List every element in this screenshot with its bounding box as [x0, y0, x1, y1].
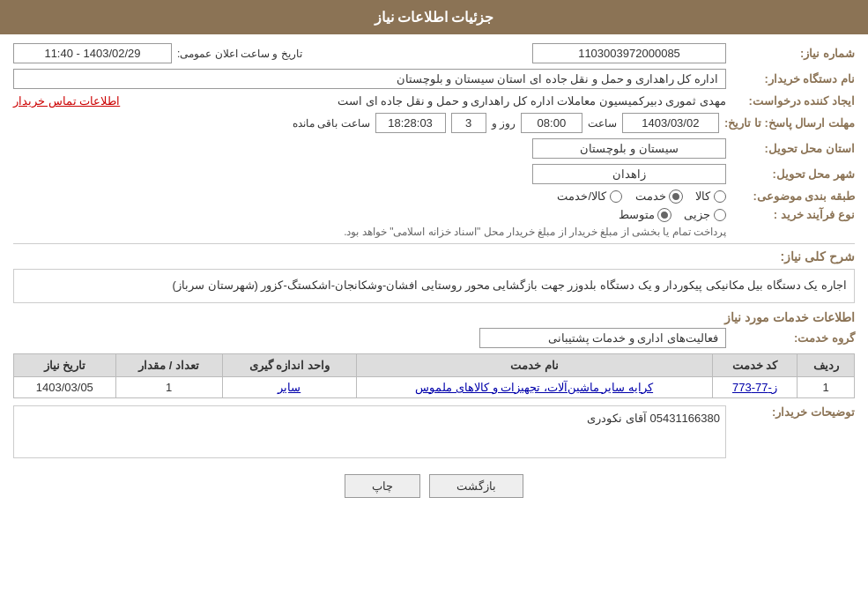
tarikh-saaat-label: تاریخ و ساعت اعلان عمومی: [177, 48, 302, 60]
table-row: 1 ز-77-773 کرایه سایر ماشین‌آلات، تجهیزا… [14, 376, 855, 397]
back-button[interactable]: بازگشت [429, 474, 523, 498]
tabaqe-kala-khedmat-item[interactable]: کالا/خدمت [557, 189, 622, 203]
saat-label: ساعت [588, 117, 617, 130]
ejad-konande-label: ایجاد کننده درخواست: [731, 94, 855, 108]
nooe-jozii-label: جزیی [684, 208, 710, 221]
col-tedad: تعداد / مقدار [115, 353, 222, 376]
services-table-container: ردیف کد خدمت نام خدمت واحد اندازه گیری ت… [13, 353, 855, 398]
baghimande-label: ساعت باقی مانده [293, 117, 370, 130]
ejad-konande-value: مهدی ثموری دبیرکمیسیون معاملات اداره کل … [125, 94, 726, 108]
shomara-niaz-value: 1103003972000085 [532, 43, 726, 63]
group-khadamat-value: فعالیت‌های اداری و خدمات پشتیبانی [479, 328, 726, 348]
towzihat-label: توضیحات خریدار: [731, 405, 855, 419]
towzihat-value: 05431166380 آقای نکودری [13, 405, 726, 458]
sharh-label: شرح کلی نیاز: [731, 249, 855, 264]
print-button[interactable]: چاپ [345, 474, 420, 498]
col-radif: ردیف [798, 353, 855, 376]
cell-vahed: سایر [222, 376, 356, 397]
tabaqe-kala-label: کالا [695, 189, 710, 203]
services-table: ردیف کد خدمت نام خدمت واحد اندازه گیری ت… [13, 353, 855, 398]
cell-kod: ز-77-773 [712, 376, 798, 397]
group-khadamat-label: گروه خدمت: [731, 331, 855, 345]
cell-radif: 1 [798, 376, 855, 397]
tabaqe-khedmat-item[interactable]: خدمت [635, 189, 682, 203]
page-header: جزئیات اطلاعات نیاز [0, 0, 868, 34]
sharh-value: اجاره یک دستگاه بیل مکانیکی پیکوردار و ی… [13, 269, 855, 303]
tabaqe-label: طبقه بندی موضوعی: [731, 189, 855, 203]
shomara-niaz-label: شماره نیاز: [731, 47, 855, 60]
col-nam: نام خدمت [356, 353, 712, 376]
cell-tarikh: 1403/03/05 [14, 376, 116, 397]
nooe-motavaset-radio[interactable] [658, 209, 671, 221]
page-title: جزئیات اطلاعات نیاز [375, 10, 494, 25]
nooe-motavaset-item[interactable]: متوسط [619, 208, 671, 221]
nooe-jozii-item[interactable]: جزیی [684, 208, 726, 221]
nooe-note: پرداخت تمام یا بخشی از مبلغ خریدار از مب… [344, 226, 726, 238]
tabaqe-radio-group: کالا خدمت کالا/خدمت [557, 189, 726, 203]
tabaqe-khedmat-label: خدمت [635, 189, 666, 203]
tabaqe-kala-khedmat-radio[interactable] [610, 190, 622, 203]
ostan-tahvil-value: سیستان و بلوچستان [532, 138, 726, 159]
roz-label: روز و [492, 117, 516, 130]
date-value: 1403/03/02 [622, 113, 719, 133]
khadamat-section-title: اطلاعات خدمات مورد نیاز [13, 310, 855, 324]
col-kod: کد خدمت [712, 353, 798, 376]
roz-value: 3 [451, 113, 486, 133]
col-vahed: واحد اندازه گیری [222, 353, 356, 376]
ostan-tahvil-label: استان محل تحویل: [731, 142, 855, 155]
action-buttons: بازگشت چاپ [13, 474, 855, 498]
saat-value: 08:00 [521, 113, 582, 133]
tabaqe-khedmat-radio[interactable] [670, 190, 682, 203]
tabaqe-kala-khedmat-label: کالا/خدمت [557, 189, 606, 203]
shahr-tahvil-value: زاهدان [532, 164, 726, 184]
tabaqe-kala-item[interactable]: کالا [695, 189, 726, 203]
tarikh-saaat-value: 1403/02/29 - 11:40 [13, 43, 172, 63]
baghimande-value: 18:28:03 [375, 113, 446, 133]
nooe-jozii-radio[interactable] [714, 209, 726, 221]
nooe-farayand-label: نوع فرآیند خرید : [731, 208, 855, 221]
nam-dastgah-label: نام دستگاه خریدار: [731, 72, 855, 85]
nooe-motavaset-label: متوسط [619, 208, 655, 221]
ejad-konande-link[interactable]: اطلاعات تماس خریدار [13, 94, 120, 108]
cell-tedad: 1 [115, 376, 222, 397]
mohlat-label: مهلت ارسال پاسخ: تا تاریخ: [724, 116, 855, 130]
col-tarikh: تاریخ نیاز [14, 353, 116, 376]
cell-nam: کرایه سایر ماشین‌آلات، تجهیزات و کالاهای… [356, 376, 712, 397]
tabaqe-kala-radio[interactable] [714, 190, 726, 203]
nam-dastgah-value: اداره کل راهداری و حمل و نقل جاده ای است… [13, 69, 726, 89]
shahr-tahvil-label: شهر محل تحویل: [731, 167, 855, 181]
